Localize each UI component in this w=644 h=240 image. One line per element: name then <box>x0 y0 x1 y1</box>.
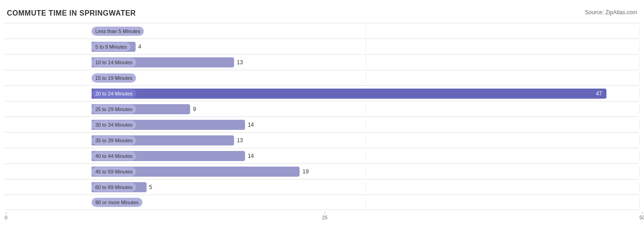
bar-fill: 5 to 9 Minutes <box>92 42 136 52</box>
grid-line <box>366 26 366 36</box>
x-tick: 0 <box>5 212 7 220</box>
bar-fill: 40 to 44 Minutes <box>92 151 245 161</box>
grid-line <box>639 73 640 83</box>
bar-track: Less than 5 Minutes0 <box>92 26 639 36</box>
bar-row: 10 to 14 Minutes13 <box>5 54 639 70</box>
bar-label-pill: 25 to 29 Minutes <box>92 105 136 114</box>
grid-line <box>366 151 366 161</box>
x-axis: 02550 <box>5 212 639 221</box>
bar-track: 15 to 19 Minutes0 <box>92 73 639 83</box>
bar-track: 25 to 29 Minutes9 <box>92 104 639 114</box>
bar-row: 90 or more Minutes0 <box>5 195 639 210</box>
bar-label-pill: Less than 5 Minutes <box>92 27 144 36</box>
bar-fill: 25 to 29 Minutes <box>92 104 190 114</box>
bar-track: 45 to 59 Minutes19 <box>92 167 639 177</box>
bar-row: 40 to 44 Minutes14 <box>5 148 639 163</box>
grid-line <box>639 120 640 130</box>
bar-row: 60 to 89 Minutes5 <box>5 179 639 195</box>
bar-value: 47 <box>596 90 602 97</box>
bar-track: 10 to 14 Minutes13 <box>92 57 639 67</box>
grid-line <box>366 104 366 114</box>
bar-label-pill: 40 to 44 Minutes <box>92 151 136 161</box>
bar-value: 4 <box>138 44 142 50</box>
bar-value: 19 <box>302 168 308 175</box>
chart-container: COMMUTE TIME IN SPRINGWATER Source: ZipA… <box>0 0 644 240</box>
bar-track: 90 or more Minutes0 <box>92 197 639 207</box>
bar-row: 30 to 34 Minutes14 <box>5 117 639 132</box>
bar-fill: 35 to 39 Minutes <box>92 135 234 145</box>
grid-line <box>639 42 640 52</box>
grid-line <box>366 120 366 130</box>
grid-line <box>366 135 366 145</box>
grid-line <box>639 167 640 177</box>
bar-label-pill: 45 to 59 Minutes <box>92 167 136 176</box>
grid-line <box>366 42 366 52</box>
grid-line <box>639 26 640 36</box>
grid-line <box>366 197 366 207</box>
bar-track: 40 to 44 Minutes14 <box>92 151 639 161</box>
x-tick: 25 <box>322 212 327 220</box>
bar-label-pill: 10 to 14 Minutes <box>92 58 136 67</box>
bar-value: 14 <box>248 122 254 128</box>
bars-wrapper: Less than 5 Minutes05 to 9 Minutes410 to… <box>5 23 639 210</box>
bar-track: 30 to 34 Minutes14 <box>92 120 639 130</box>
chart-source: Source: ZipAtlas.com <box>585 9 637 16</box>
bar-label-pill: 5 to 9 Minutes <box>92 42 131 51</box>
grid-line <box>366 182 366 192</box>
x-tick: 50 <box>639 212 644 220</box>
x-tick-line <box>6 212 6 214</box>
grid-line <box>639 104 640 114</box>
bar-row: 25 to 29 Minutes9 <box>5 101 639 117</box>
bar-row: 20 to 24 Minutes47 <box>5 85 639 101</box>
grid-line <box>639 89 640 99</box>
bar-value: 5 <box>149 184 153 190</box>
grid-line <box>366 57 366 67</box>
bar-row: 35 to 39 Minutes13 <box>5 132 639 148</box>
grid-line <box>639 57 640 67</box>
chart-title: COMMUTE TIME IN SPRINGWATER <box>7 9 136 17</box>
bar-track: 60 to 89 Minutes5 <box>92 182 639 192</box>
bar-label-pill: 35 to 39 Minutes <box>92 136 136 145</box>
bar-track: 20 to 24 Minutes47 <box>92 89 639 99</box>
bar-row: 45 to 59 Minutes19 <box>5 163 639 179</box>
bar-value: 13 <box>237 59 243 66</box>
bar-label-pill: 60 to 89 Minutes <box>92 183 136 192</box>
grid-line <box>366 73 366 83</box>
bar-label-pill: 15 to 19 Minutes <box>92 73 136 83</box>
bar-value: 14 <box>248 153 254 159</box>
grid-line <box>639 135 640 145</box>
bar-fill: 30 to 34 Minutes <box>92 120 245 130</box>
bar-value: 13 <box>237 137 243 144</box>
bar-label-pill: 20 to 24 Minutes <box>92 89 136 98</box>
bar-row: Less than 5 Minutes0 <box>5 23 639 39</box>
bar-fill: 20 to 24 Minutes47 <box>92 89 606 99</box>
bar-row: 15 to 19 Minutes0 <box>5 70 639 85</box>
bar-label-pill: 30 to 34 Minutes <box>92 120 136 129</box>
grid-line <box>639 197 640 207</box>
bar-track: 35 to 39 Minutes13 <box>92 135 639 145</box>
bar-row: 5 to 9 Minutes4 <box>5 39 639 54</box>
bar-fill: 10 to 14 Minutes <box>92 57 234 67</box>
x-tick-line <box>325 212 325 214</box>
grid-line <box>639 151 640 161</box>
bar-fill: 45 to 59 Minutes <box>92 167 300 177</box>
grid-line <box>639 182 640 192</box>
x-tick-line <box>642 212 643 214</box>
x-tick-label: 0 <box>5 215 7 220</box>
x-tick-label: 50 <box>639 215 644 220</box>
grid-line <box>366 167 366 177</box>
bar-fill: 60 to 89 Minutes <box>92 182 147 192</box>
bar-label-pill: 90 or more Minutes <box>92 198 142 207</box>
bar-value: 9 <box>193 106 196 112</box>
bar-track: 5 to 9 Minutes4 <box>92 42 639 52</box>
chart-header: COMMUTE TIME IN SPRINGWATER Source: ZipA… <box>5 9 639 17</box>
x-tick-label: 25 <box>322 215 327 220</box>
